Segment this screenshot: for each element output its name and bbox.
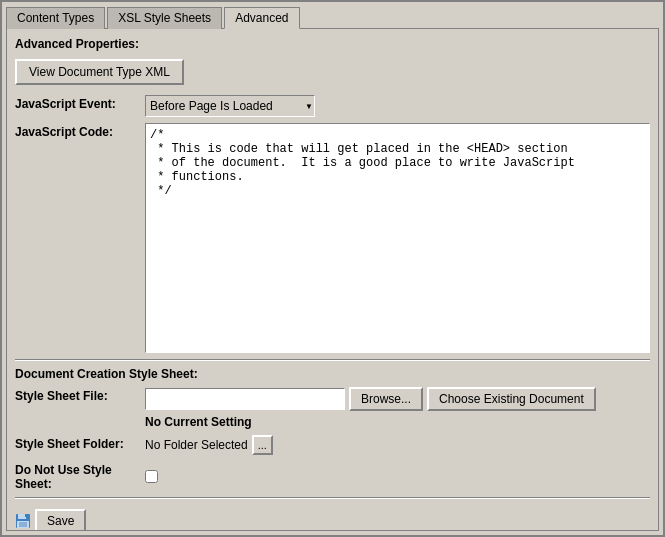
js-code-wrapper: /* * This is code that will get placed i… — [145, 123, 650, 353]
js-event-select[interactable]: Before Page Is Loaded After Page Loaded … — [145, 95, 315, 117]
svg-rect-1 — [18, 514, 26, 519]
browse-button[interactable]: Browse... — [349, 387, 423, 411]
tab-bar: Content Types XSL Style Sheets Advanced — [2, 2, 663, 28]
js-event-label: JavaScript Event: — [15, 95, 145, 111]
do-not-use-label: Do Not Use Style Sheet: — [15, 461, 145, 491]
js-code-row: JavaScript Code: /* * This is code that … — [15, 123, 650, 353]
do-not-use-checkbox[interactable] — [145, 470, 158, 483]
advanced-properties-title: Advanced Properties: — [15, 37, 650, 51]
style-sheet-file-label: Style Sheet File: — [15, 387, 145, 403]
do-not-use-row: Do Not Use Style Sheet: — [15, 461, 650, 491]
style-sheet-file-input[interactable] — [145, 388, 345, 410]
content-area: Advanced Properties: View Document Type … — [6, 28, 659, 531]
style-sheet-input-row: Browse... Choose Existing Document — [145, 387, 596, 411]
style-sheet-folder-label: Style Sheet Folder: — [15, 435, 145, 451]
js-event-row: JavaScript Event: Before Page Is Loaded … — [15, 95, 650, 117]
main-window: Content Types XSL Style Sheets Advanced … — [0, 0, 665, 537]
style-sheet-folder-row: Style Sheet Folder: No Folder Selected .… — [15, 435, 650, 455]
section-divider — [15, 359, 650, 361]
save-icon — [15, 513, 31, 529]
save-divider — [15, 497, 650, 499]
svg-rect-2 — [25, 514, 27, 517]
js-event-select-wrapper: Before Page Is Loaded After Page Loaded … — [145, 95, 315, 117]
folder-input-row: No Folder Selected ... — [145, 435, 273, 455]
choose-existing-button[interactable]: Choose Existing Document — [427, 387, 596, 411]
tab-content-types[interactable]: Content Types — [6, 7, 105, 29]
tab-advanced[interactable]: Advanced — [224, 7, 299, 29]
browse-folder-button[interactable]: ... — [252, 435, 273, 455]
style-sheet-file-row: Style Sheet File: Browse... Choose Exist… — [15, 387, 650, 429]
save-section: Save — [15, 509, 650, 531]
style-sheet-file-section: Browse... Choose Existing Document No Cu… — [145, 387, 596, 429]
js-code-textarea[interactable]: /* * This is code that will get placed i… — [145, 123, 650, 353]
save-button[interactable]: Save — [35, 509, 86, 531]
no-current-setting-text: No Current Setting — [145, 415, 596, 429]
js-code-label: JavaScript Code: — [15, 123, 145, 139]
no-folder-selected-text: No Folder Selected — [145, 438, 248, 452]
doc-creation-title: Document Creation Style Sheet: — [15, 367, 650, 381]
svg-rect-4 — [19, 522, 27, 527]
tab-xsl-style-sheets[interactable]: XSL Style Sheets — [107, 7, 222, 29]
view-document-type-xml-button[interactable]: View Document Type XML — [15, 59, 184, 85]
